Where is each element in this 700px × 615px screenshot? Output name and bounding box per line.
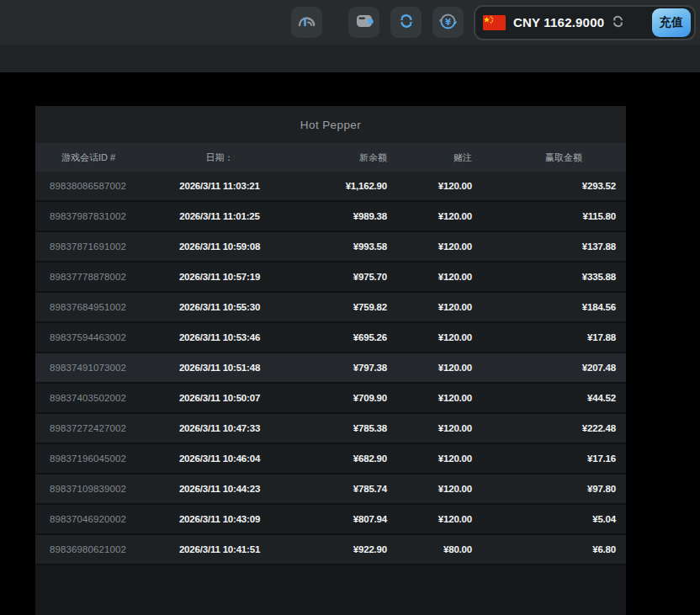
cell-new-balance: ¥785.38 <box>310 423 387 433</box>
table-row: 89837491073002 2026/3/11 10:51:48 ¥797.3… <box>35 353 626 384</box>
wallet-button[interactable] <box>348 7 379 38</box>
table-row: 89837196045002 2026/3/11 10:46:04 ¥682.9… <box>35 444 626 475</box>
cell-win-amount: ¥17.16 <box>485 453 616 464</box>
column-header-date: 日期： <box>176 151 310 164</box>
cell-bet: ¥120.00 <box>387 423 485 433</box>
column-header-win-amount: 赢取金额 <box>485 151 616 164</box>
cell-date: 2026/3/11 10:57:19 <box>176 272 310 282</box>
cell-win-amount: ¥335.88 <box>485 272 616 282</box>
cell-new-balance: ¥695.26 <box>310 332 387 342</box>
cell-bet: ¥120.00 <box>387 302 485 312</box>
sync-button[interactable] <box>390 7 422 38</box>
cell-win-amount: ¥137.88 <box>485 241 616 252</box>
balance-pill: CNY 1162.9000 充值 <box>474 5 696 40</box>
table-row: 89837109839002 2026/3/11 10:44:23 ¥785.7… <box>35 475 626 505</box>
cell-date: 2026/3/11 10:51:48 <box>176 363 310 373</box>
cell-session-id: 89837594463002 <box>50 332 176 342</box>
table-body: 89838086587002 2026/3/11 11:03:21 ¥1,162… <box>35 172 626 565</box>
panel-title: Hot Pepper <box>35 106 626 143</box>
cell-session-id: 89837046920002 <box>50 514 176 524</box>
table-row: 89837684951002 2026/3/11 10:55:30 ¥759.8… <box>35 293 626 323</box>
gauge-icon <box>296 11 318 34</box>
cell-session-id: 89837109839002 <box>50 484 176 494</box>
cell-win-amount: ¥17.88 <box>485 332 616 342</box>
cell-bet: ¥120.00 <box>387 363 485 373</box>
table-row: 89837594463002 2026/3/11 10:53:46 ¥695.2… <box>35 323 626 353</box>
table-row: 89837046920002 2026/3/11 10:43:09 ¥807.9… <box>35 505 626 535</box>
cell-win-amount: ¥44.52 <box>485 393 616 403</box>
cell-win-amount: ¥115.80 <box>485 211 616 221</box>
table-row: 89837871691002 2026/3/11 10:59:08 ¥993.5… <box>35 232 626 262</box>
cell-new-balance: ¥682.90 <box>310 453 387 464</box>
table-header-row: 游戏会话ID # 日期： 新余额 赌注 赢取金额 <box>35 143 626 172</box>
table-row: 89837272427002 2026/3/11 10:47:33 ¥785.3… <box>35 414 626 444</box>
cell-bet: ¥120.00 <box>387 393 485 403</box>
cell-new-balance: ¥797.38 <box>310 363 387 373</box>
cell-session-id: 89837778878002 <box>50 272 176 282</box>
column-header-session-id: 游戏会话ID # <box>50 151 176 164</box>
table-row: 89836980621002 2026/3/11 10:41:51 ¥922.9… <box>35 535 626 565</box>
cell-new-balance: ¥759.82 <box>310 302 387 312</box>
cell-new-balance: ¥807.94 <box>310 514 387 524</box>
wallet-icon <box>354 11 374 34</box>
cell-bet: ¥120.00 <box>387 514 485 524</box>
secondary-bar <box>0 45 700 72</box>
cell-win-amount: ¥6.80 <box>485 544 616 554</box>
cell-date: 2026/3/11 10:43:09 <box>176 514 310 524</box>
table-row: 89838086587002 2026/3/11 11:03:21 ¥1,162… <box>35 172 626 202</box>
cell-session-id: 89837987831002 <box>50 211 176 221</box>
cell-date: 2026/3/11 10:41:51 <box>176 544 310 554</box>
cell-session-id: 89837684951002 <box>50 302 176 312</box>
refresh-icon <box>611 14 625 31</box>
cell-date: 2026/3/11 10:53:46 <box>176 332 310 342</box>
cell-bet: ¥120.00 <box>387 272 485 282</box>
cell-bet: ¥120.00 <box>387 453 485 464</box>
cell-new-balance: ¥709.90 <box>310 393 387 403</box>
cell-bet: ¥120.00 <box>387 181 485 191</box>
cell-session-id: 89837196045002 <box>50 453 176 464</box>
gauge-button[interactable] <box>291 7 322 38</box>
cell-date: 2026/3/11 10:59:08 <box>176 241 310 252</box>
cell-date: 2026/3/11 10:55:30 <box>176 302 310 312</box>
cell-win-amount: ¥222.48 <box>485 423 616 433</box>
balance-refresh-button[interactable] <box>611 14 625 31</box>
cell-new-balance: ¥785.74 <box>310 484 387 494</box>
sync-icon <box>396 11 416 34</box>
cell-session-id: 89837491073002 <box>50 363 176 373</box>
currency-exchange-button[interactable]: ¥ <box>432 7 464 38</box>
column-header-new-balance: 新余额 <box>310 151 387 164</box>
table-row: 89837987831002 2026/3/11 11:01:25 ¥989.3… <box>35 202 626 232</box>
cell-date: 2026/3/11 10:44:23 <box>176 484 310 494</box>
cell-win-amount: ¥207.48 <box>485 363 616 373</box>
cell-date: 2026/3/11 10:47:33 <box>176 423 310 433</box>
cell-session-id: 89837272427002 <box>50 423 176 433</box>
cell-new-balance: ¥989.38 <box>310 211 387 221</box>
cell-win-amount: ¥5.04 <box>485 514 616 524</box>
cell-win-amount: ¥293.52 <box>485 181 616 191</box>
cell-new-balance: ¥993.58 <box>310 241 387 252</box>
cell-date: 2026/3/11 11:03:21 <box>176 181 310 191</box>
cell-new-balance: ¥975.70 <box>310 272 387 282</box>
column-header-bet: 赌注 <box>387 151 485 164</box>
top-bar: ¥ CNY 1162.9000 <box>0 0 700 45</box>
cell-new-balance: ¥1,162.90 <box>310 181 387 191</box>
cell-date: 2026/3/11 11:01:25 <box>176 211 310 221</box>
cell-bet: ¥120.00 <box>387 332 485 342</box>
table-row: 89837778878002 2026/3/11 10:57:19 ¥975.7… <box>35 262 626 293</box>
cell-bet: ¥80.00 <box>387 544 485 554</box>
cell-session-id: 89837871691002 <box>50 241 176 252</box>
cell-win-amount: ¥184.56 <box>485 302 616 312</box>
recharge-button[interactable]: 充值 <box>652 8 691 37</box>
cell-session-id: 89837403502002 <box>50 393 176 403</box>
cell-session-id: 89838086587002 <box>50 181 176 191</box>
cell-bet: ¥120.00 <box>387 211 485 221</box>
cell-bet: ¥120.00 <box>387 241 485 252</box>
game-history-panel: Hot Pepper 游戏会话ID # 日期： 新余额 赌注 赢取金额 8983… <box>35 106 626 615</box>
svg-text:¥: ¥ <box>445 17 451 26</box>
balance-amount: CNY 1162.9000 <box>513 15 604 29</box>
cell-session-id: 89836980621002 <box>50 544 176 554</box>
cell-date: 2026/3/11 10:46:04 <box>176 453 310 464</box>
cell-bet: ¥120.00 <box>387 484 485 494</box>
china-flag-icon <box>483 15 506 30</box>
cell-new-balance: ¥922.90 <box>310 544 387 554</box>
